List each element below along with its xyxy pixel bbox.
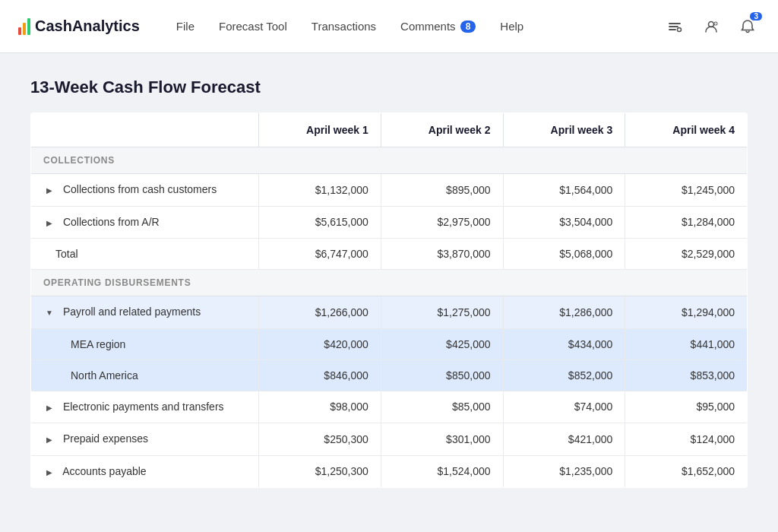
total-label: Total: [31, 239, 259, 270]
nav-transactions[interactable]: Transactions: [312, 17, 376, 36]
notifications-badge: 3: [750, 12, 762, 21]
table-row: ▶ Accounts payable $1,250,300 $1,524,000…: [31, 455, 748, 488]
table-row: MEA region $420,000 $425,000 $434,000 $4…: [31, 328, 748, 359]
table-row: ▶ Collections from A/R $5,615,000 $2,975…: [31, 206, 748, 239]
table-row: ▶ Collections from cash customers $1,132…: [31, 174, 748, 207]
nav-file[interactable]: File: [176, 17, 194, 36]
table-row: ▶ Electronic payments and transfers $98,…: [31, 391, 748, 423]
table-row[interactable]: ▼ Payroll and related payments $1,266,00…: [31, 296, 748, 329]
row-label: ▶ Electronic payments and transfers: [31, 391, 259, 423]
section-header-collections: COLLECTIONS: [31, 147, 748, 174]
user-settings-icon-button[interactable]: [699, 14, 723, 39]
nav-comments[interactable]: Comments 8: [400, 17, 476, 36]
navbar: CashAnalytics File Forecast Tool Transac…: [0, 0, 778, 53]
table-row: North America $846,000 $850,000 $852,000…: [31, 359, 748, 391]
row-label: ▶ Prepaid expenses: [31, 423, 259, 456]
page-title: 13-Week Cash Flow Forecast: [30, 78, 748, 97]
row-label: ▼ Payroll and related payments: [31, 296, 259, 329]
row-label: ▶ Collections from A/R: [31, 206, 259, 239]
nav-actions: 3: [663, 14, 760, 39]
expand-icon[interactable]: ▶: [43, 434, 55, 446]
expand-icon[interactable]: ▶: [43, 401, 55, 413]
nav-links: File Forecast Tool Transactions Comments…: [176, 17, 638, 36]
table-row: ▶ Prepaid expenses $250,300 $301,000 $42…: [31, 423, 748, 456]
nav-help[interactable]: Help: [500, 17, 523, 36]
expand-icon[interactable]: ▶: [43, 185, 55, 197]
row-label: ▶ Accounts payable: [31, 455, 259, 488]
comments-badge: 8: [460, 21, 476, 33]
logo-text: CashAnalytics: [35, 17, 140, 35]
col-header-week3: April week 3: [503, 113, 625, 147]
forecast-table: April week 1 April week 2 April week 3 A…: [30, 112, 748, 488]
col-header-week1: April week 1: [259, 113, 381, 147]
nav-forecast-tool[interactable]: Forecast Tool: [219, 17, 287, 36]
expand-icon[interactable]: ▼: [43, 307, 55, 319]
table-row-total: Total $6,747,000 $3,870,000 $5,068,000 $…: [31, 239, 748, 270]
logo-icon: [18, 18, 30, 35]
col-header-week2: April week 2: [381, 113, 503, 147]
col-header-label: [31, 113, 259, 147]
row-label: North America: [31, 359, 259, 391]
main-content: 13-Week Cash Flow Forecast April week 1 …: [0, 53, 778, 512]
section-header-operating: OPERATING DISBURSEMENTS: [31, 270, 748, 296]
expand-icon[interactable]: ▶: [43, 466, 55, 478]
expand-icon[interactable]: ▶: [43, 217, 55, 229]
col-header-week4: April week 4: [625, 113, 748, 147]
notifications-icon-button[interactable]: 3: [735, 14, 760, 39]
svg-point-3: [678, 27, 682, 31]
filter-icon-button[interactable]: [663, 14, 687, 39]
logo: CashAnalytics: [18, 17, 140, 35]
row-label: ▶ Collections from cash customers: [31, 174, 259, 207]
row-label: MEA region: [31, 328, 259, 359]
